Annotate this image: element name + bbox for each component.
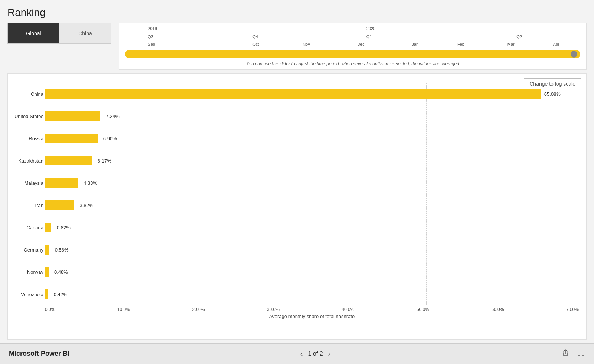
bar-fill: 6.17% [45, 156, 92, 165]
bar-value: 65.08% [544, 91, 561, 97]
bar-fill: 0.56% [45, 245, 49, 255]
tab-global[interactable]: Global [8, 23, 59, 43]
month-nov: Nov [303, 42, 310, 46]
bar-label: Kazakhstan [11, 158, 43, 164]
bar-row: United States7.24% [45, 110, 579, 122]
bottom-bar: Microsoft Power BI ‹ 1 of 2 › [0, 343, 594, 364]
bar-value: 4.33% [84, 180, 97, 186]
bar-fill: 65.08% [45, 89, 541, 99]
bar-label: China [11, 91, 43, 97]
powerbi-brand: Microsoft Power BI [9, 350, 69, 358]
month-jan: Jan [412, 42, 418, 46]
page-info: 1 of 2 [308, 351, 323, 357]
x-axis-label: 70.0% [566, 307, 579, 312]
quarter-q1: Q1 [366, 35, 372, 39]
prev-page-button[interactable]: ‹ [300, 350, 303, 358]
slider-hint: You can use the slider to adjust the tim… [125, 61, 580, 66]
bar-fill: 0.48% [45, 267, 49, 277]
bar-value: 6.90% [103, 136, 117, 141]
bar-fill: 6.90% [45, 134, 98, 143]
quarter-labels: Q3 Q4 Q1 Q2 [125, 35, 580, 40]
year-label-2019: 2019 [148, 26, 157, 31]
tab-china[interactable]: China [59, 23, 111, 43]
pagination: ‹ 1 of 2 › [300, 350, 330, 358]
bar-label: United States [11, 114, 43, 119]
bar-label: Canada [11, 225, 43, 230]
month-mar: Mar [507, 42, 515, 46]
month-sep: Sep [148, 42, 155, 46]
bar-fill: 3.82% [45, 200, 74, 210]
time-slider-section: 2019 2020 Q3 Q4 Q1 Q2 Sep Oct Nov Dec Ja… [119, 23, 587, 70]
bar-row: Iran3.82% [45, 199, 579, 211]
bar-value: 7.24% [106, 114, 120, 119]
bar-value: 0.48% [54, 269, 68, 275]
year-labels: 2019 2020 [125, 26, 580, 33]
x-axis-label: 10.0% [117, 307, 130, 312]
x-axis-title: Average monthly share of total hashrate [45, 314, 579, 319]
bottom-actions [561, 349, 585, 359]
bar-row: Russia6.90% [45, 132, 579, 144]
x-axis-label: 20.0% [192, 307, 205, 312]
bar-row: Canada0.82% [45, 222, 579, 233]
chart-area: China65.08%United States7.24%Russia6.90%… [12, 79, 579, 334]
quarter-q4: Q4 [252, 35, 258, 39]
next-page-button[interactable]: › [328, 350, 331, 358]
chart-inner: China65.08%United States7.24%Russia6.90%… [45, 83, 579, 305]
bar-label: Germany [11, 247, 43, 253]
bar-value: 0.42% [54, 292, 68, 297]
tab-group: Global China [7, 23, 111, 44]
slider-handle-right[interactable] [571, 51, 577, 58]
grid-line [579, 83, 579, 305]
month-oct: Oct [252, 42, 259, 46]
x-axis-label: 0.0% [45, 307, 55, 312]
share-icon[interactable] [561, 349, 569, 359]
bar-value: 3.82% [80, 203, 94, 208]
bar-row: Venezuela0.42% [45, 288, 579, 300]
bar-value: 0.82% [57, 225, 71, 230]
x-axis-label: 50.0% [417, 307, 429, 312]
page-title: Ranking [7, 7, 587, 19]
bar-label: Russia [11, 136, 43, 141]
month-labels: Sep Oct Nov Dec Jan Feb Mar Apr [125, 42, 580, 48]
quarter-q3: Q3 [148, 35, 153, 39]
bar-fill: 4.33% [45, 178, 78, 188]
bar-label: Malaysia [11, 180, 43, 186]
bar-row: Norway0.48% [45, 266, 579, 278]
fullscreen-icon[interactable] [577, 349, 585, 359]
quarter-q2: Q2 [516, 35, 522, 39]
bar-label: Venezuela [11, 292, 43, 297]
x-axis-label: 30.0% [267, 307, 280, 312]
bar-fill: 0.42% [45, 289, 48, 299]
bar-fill: 0.82% [45, 223, 51, 232]
x-axis-label: 40.0% [342, 307, 354, 312]
x-axis-label: 60.0% [491, 307, 504, 312]
bar-label: Norway [11, 269, 43, 275]
bar-fill: 7.24% [45, 111, 100, 121]
bar-value: 0.56% [55, 247, 69, 253]
bar-value: 6.17% [98, 158, 111, 164]
month-dec: Dec [357, 42, 365, 46]
bar-row: China65.08% [45, 88, 579, 100]
bar-row: Malaysia4.33% [45, 177, 579, 189]
bar-row: Germany0.56% [45, 244, 579, 256]
chart-container: Change to log scale China65.08%United St… [7, 73, 587, 340]
bar-row: Kazakhstan6.17% [45, 155, 579, 167]
month-feb: Feb [457, 42, 464, 46]
year-label-2020: 2020 [366, 26, 375, 31]
log-scale-button[interactable]: Change to log scale [524, 78, 581, 89]
bars-wrapper: China65.08%United States7.24%Russia6.90%… [45, 83, 579, 305]
x-axis: 0.0%10.0%20.0%30.0%40.0%50.0%60.0%70.0% [45, 307, 579, 312]
slider-track[interactable] [125, 50, 580, 58]
month-apr: Apr [553, 42, 559, 46]
bar-label: Iran [11, 203, 43, 208]
